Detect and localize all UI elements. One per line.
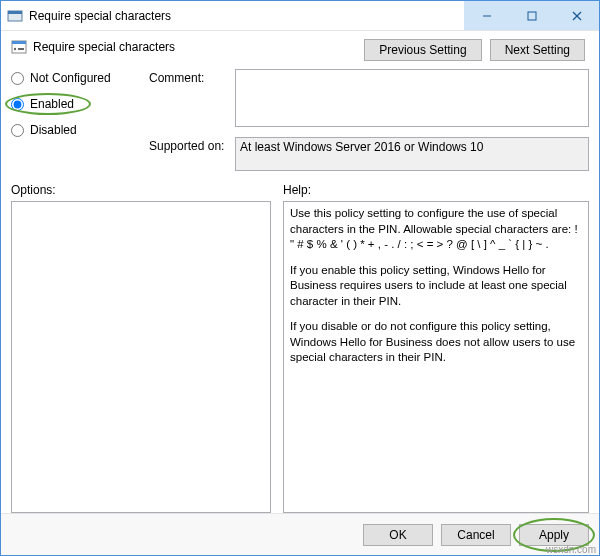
maximize-button[interactable] bbox=[509, 1, 554, 30]
ok-button[interactable]: OK bbox=[363, 524, 433, 546]
cancel-button[interactable]: Cancel bbox=[441, 524, 511, 546]
supported-on-value bbox=[235, 137, 589, 171]
apply-wrap: Apply bbox=[519, 524, 589, 546]
settings-row: Not Configured Enabled Disabled Comment: bbox=[11, 69, 589, 171]
help-paragraph: Use this policy setting to configure the… bbox=[290, 206, 582, 253]
policy-name: Require special characters bbox=[33, 40, 175, 54]
radio-enabled[interactable]: Enabled bbox=[11, 97, 141, 111]
state-radios: Not Configured Enabled Disabled bbox=[11, 69, 141, 171]
minimize-button[interactable] bbox=[464, 1, 509, 30]
svg-point-8 bbox=[14, 48, 16, 50]
fields-column: Comment: Supported on: bbox=[149, 69, 589, 171]
help-paragraph: If you disable or do not configure this … bbox=[290, 319, 582, 366]
apply-button[interactable]: Apply bbox=[519, 524, 589, 546]
policy-icon bbox=[11, 39, 27, 55]
comment-input[interactable] bbox=[235, 69, 589, 127]
radio-disabled-input[interactable] bbox=[11, 124, 24, 137]
supported-label: Supported on: bbox=[149, 137, 229, 153]
policy-header: Require special characters bbox=[11, 39, 356, 55]
titlebar: Require special characters bbox=[1, 1, 599, 31]
close-button[interactable] bbox=[554, 1, 599, 30]
header-row: Require special characters Previous Sett… bbox=[11, 39, 589, 61]
svg-rect-7 bbox=[12, 41, 26, 44]
dialog-footer: OK Cancel Apply bbox=[1, 513, 599, 555]
comment-field-row: Comment: bbox=[149, 69, 589, 127]
options-panel[interactable] bbox=[11, 201, 271, 513]
radio-enabled-input[interactable] bbox=[11, 98, 24, 111]
svg-rect-3 bbox=[528, 12, 536, 20]
svg-rect-9 bbox=[18, 48, 24, 50]
help-column: Help: Use this policy setting to configu… bbox=[283, 183, 589, 513]
supported-field-row: Supported on: bbox=[149, 137, 589, 171]
next-setting-button[interactable]: Next Setting bbox=[490, 39, 585, 61]
help-paragraph: If you enable this policy setting, Windo… bbox=[290, 263, 582, 310]
window-title: Require special characters bbox=[29, 9, 464, 23]
radio-disabled[interactable]: Disabled bbox=[11, 123, 141, 137]
dialog-content: Require special characters Previous Sett… bbox=[1, 31, 599, 513]
radio-enabled-label: Enabled bbox=[30, 97, 74, 111]
options-column: Options: bbox=[11, 183, 271, 513]
svg-rect-1 bbox=[8, 11, 22, 14]
options-label: Options: bbox=[11, 183, 271, 199]
previous-setting-button[interactable]: Previous Setting bbox=[364, 39, 481, 61]
dialog-window: Require special characters Require speci… bbox=[0, 0, 600, 556]
window-controls bbox=[464, 1, 599, 30]
help-panel[interactable]: Use this policy setting to configure the… bbox=[283, 201, 589, 513]
radio-not-configured-label: Not Configured bbox=[30, 71, 111, 85]
radio-not-configured-input[interactable] bbox=[11, 72, 24, 85]
lower-panels: Options: Help: Use this policy setting t… bbox=[11, 183, 589, 513]
radio-not-configured[interactable]: Not Configured bbox=[11, 71, 141, 85]
app-icon bbox=[7, 8, 23, 24]
help-label: Help: bbox=[283, 183, 589, 199]
nav-buttons: Previous Setting Next Setting bbox=[364, 39, 585, 61]
comment-label: Comment: bbox=[149, 69, 229, 85]
radio-disabled-label: Disabled bbox=[30, 123, 77, 137]
